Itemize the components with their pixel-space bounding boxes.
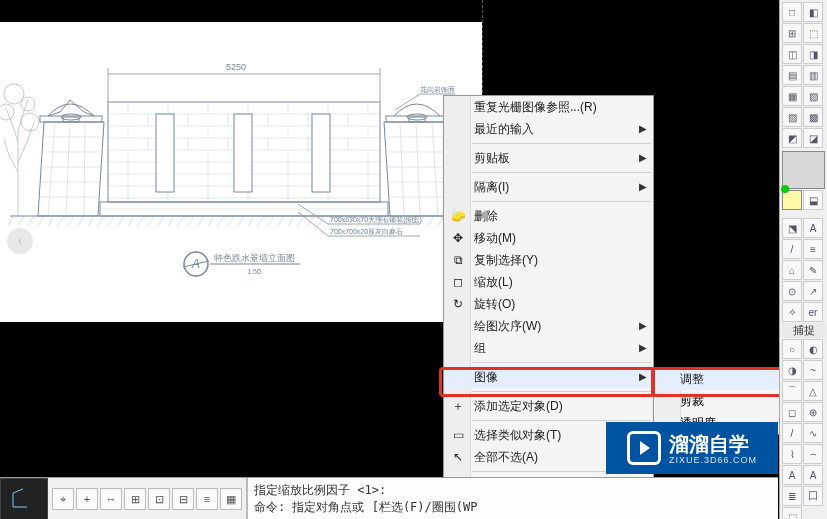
status-toggle[interactable]: ▦ bbox=[220, 488, 242, 510]
svg-line-130 bbox=[298, 204, 328, 224]
tool-icon[interactable]: ⬔ bbox=[782, 218, 802, 238]
tool-icon[interactable]: 囗 bbox=[803, 486, 823, 506]
tool-icon[interactable]: ◐ bbox=[803, 339, 823, 359]
chevron-right-icon: ▶ bbox=[639, 152, 647, 163]
ctx-label: 隔离(I) bbox=[474, 179, 509, 196]
tool-icon[interactable]: ✎ bbox=[803, 260, 823, 280]
tool-icon[interactable]: er bbox=[803, 302, 823, 322]
scale: 1:50 bbox=[247, 268, 261, 275]
tool-icon[interactable]: ⌇ bbox=[782, 444, 802, 464]
ctx-image-adjust[interactable]: 调整 bbox=[654, 368, 784, 390]
tool-icon[interactable]: ∿ bbox=[803, 423, 823, 443]
ctx-image-clip[interactable]: 剪裁 bbox=[654, 390, 784, 412]
tool-icon[interactable]: ⊕ bbox=[803, 402, 823, 422]
ctx-label: 组 bbox=[474, 340, 486, 357]
model-space-icon[interactable] bbox=[0, 478, 48, 519]
watermark-logo: 溜溜自学 ZIXUE.3D66.COM bbox=[606, 422, 778, 474]
move-icon: ✥ bbox=[450, 230, 466, 246]
svg-rect-50 bbox=[234, 114, 252, 192]
tool-icon[interactable]: ◑ bbox=[782, 360, 802, 380]
nav-prev-button[interactable]: ‹ bbox=[7, 228, 33, 254]
ctx-rotate[interactable]: ↻旋转(O) bbox=[444, 293, 653, 315]
tool-icon[interactable]: ~ bbox=[803, 360, 823, 380]
tool-icon[interactable]: ⊙ bbox=[782, 281, 802, 301]
tool-icon[interactable]: ▨ bbox=[782, 107, 802, 127]
status-toggle[interactable]: ↔ bbox=[100, 488, 122, 510]
tool-icon[interactable]: A bbox=[803, 465, 823, 485]
tool-icon[interactable]: ◻ bbox=[782, 402, 802, 422]
ctx-recent-input[interactable]: 最近的输入▶ bbox=[444, 118, 653, 140]
tool-icon[interactable]: ▦ bbox=[782, 86, 802, 106]
drawing-image: 5250 花岗岩饰面 bbox=[0, 22, 482, 322]
tool-icon[interactable]: ⌢ bbox=[803, 444, 823, 464]
tool-icon[interactable]: ▩ bbox=[803, 107, 823, 127]
tool-icon[interactable]: ≣ bbox=[782, 486, 802, 506]
status-toggle[interactable]: + bbox=[76, 488, 98, 510]
play-icon bbox=[627, 431, 661, 465]
svg-line-67 bbox=[48, 122, 55, 216]
tool-icon[interactable]: ◨ bbox=[803, 44, 823, 64]
command-history-line: 指定缩放比例因子 <1>: bbox=[254, 482, 772, 499]
status-toggle[interactable]: ≡ bbox=[196, 488, 218, 510]
ctx-copy[interactable]: ⧉复制选择(Y) bbox=[444, 249, 653, 271]
tool-icon[interactable]: / bbox=[782, 423, 802, 443]
hatch-swatch[interactable] bbox=[782, 151, 825, 189]
separator bbox=[472, 391, 651, 392]
ctx-label: 重复光栅图像参照...(R) bbox=[474, 99, 597, 116]
tool-icon[interactable]: ⬓ bbox=[803, 190, 823, 210]
tool-icon[interactable]: / bbox=[782, 239, 802, 259]
svg-line-89 bbox=[108, 216, 114, 226]
tool-icon[interactable]: ⟡ bbox=[782, 302, 802, 322]
svg-line-98 bbox=[198, 216, 204, 226]
color-swatch[interactable] bbox=[782, 190, 802, 210]
tool-icon[interactable]: ⌂ bbox=[782, 260, 802, 280]
tool-icon[interactable]: ◫ bbox=[782, 44, 802, 64]
svg-marker-55 bbox=[384, 122, 450, 216]
svg-line-121 bbox=[428, 216, 434, 226]
ctx-delete[interactable]: 🧽删除 bbox=[444, 205, 653, 227]
status-toggle-group: ⌖ + ↔ ⊞ ⊡ ⊟ ≡ ▦ bbox=[48, 478, 247, 519]
ctx-group[interactable]: 组▶ bbox=[444, 337, 653, 359]
status-toggle[interactable]: ⌖ bbox=[52, 488, 74, 510]
ctx-label: 缩放(L) bbox=[474, 274, 513, 291]
ctx-clipboard[interactable]: 剪贴板▶ bbox=[444, 147, 653, 169]
command-line[interactable]: 指定缩放比例因子 <1>: 命令: 指定对角点或 [栏选(F)/圈围(WP bbox=[247, 478, 778, 519]
tool-icon[interactable]: □ bbox=[782, 2, 802, 22]
separator bbox=[472, 143, 651, 144]
ctx-image[interactable]: 图像▶ bbox=[444, 366, 653, 388]
ctx-move[interactable]: ✥移动(M) bbox=[444, 227, 653, 249]
tool-icon[interactable]: ⬚ bbox=[782, 507, 802, 519]
tool-icon[interactable]: ⌒ bbox=[782, 381, 802, 401]
status-toggle[interactable]: ⊞ bbox=[124, 488, 146, 510]
ctx-isolate[interactable]: 隔离(I)▶ bbox=[444, 176, 653, 198]
ctx-label: 调整 bbox=[680, 371, 704, 388]
tool-icon[interactable]: ○ bbox=[782, 339, 802, 359]
tool-icon[interactable]: ◩ bbox=[782, 128, 802, 148]
tool-icon[interactable]: A bbox=[782, 465, 802, 485]
ctx-add-selected[interactable]: ＋添加选定对象(D) bbox=[444, 395, 653, 417]
right-toolbar: □ ◧ ⊞ ⬚ ◫ ◨ ▤ ▥ ▦ ▧ ▨ ▩ ◩ ◪ ⬓ ⬔ A / ≡ ⌂ … bbox=[779, 0, 827, 519]
tool-icon[interactable]: ⊞ bbox=[782, 23, 802, 43]
svg-line-87 bbox=[88, 216, 94, 226]
tool-icon[interactable]: ◪ bbox=[803, 128, 823, 148]
tool-icon[interactable]: ▥ bbox=[803, 65, 823, 85]
ctx-label: 移动(M) bbox=[474, 230, 516, 247]
ctx-scale[interactable]: ◻缩放(L) bbox=[444, 271, 653, 293]
ctx-label: 最近的输入 bbox=[474, 121, 534, 138]
toolbar-label-capture: 捕捉 bbox=[782, 323, 825, 338]
tool-icon[interactable]: ⬚ bbox=[803, 23, 823, 43]
tool-icon[interactable]: A bbox=[803, 218, 823, 238]
svg-line-82 bbox=[38, 216, 44, 226]
ctx-draw-order[interactable]: 绘图次序(W)▶ bbox=[444, 315, 653, 337]
status-toggle[interactable]: ⊡ bbox=[148, 488, 170, 510]
ctx-repeat[interactable]: 重复光栅图像参照...(R) bbox=[444, 96, 653, 118]
tool-icon[interactable]: ↗ bbox=[803, 281, 823, 301]
dim-text: 5250 bbox=[226, 62, 246, 72]
status-toggle[interactable]: ⊟ bbox=[172, 488, 194, 510]
tool-icon[interactable]: ≡ bbox=[803, 239, 823, 259]
tool-icon[interactable]: ▧ bbox=[803, 86, 823, 106]
tool-icon[interactable]: ◧ bbox=[803, 2, 823, 22]
tool-icon[interactable]: ▤ bbox=[782, 65, 802, 85]
tool-icon[interactable]: △ bbox=[803, 381, 823, 401]
similar-icon: ▭ bbox=[450, 427, 466, 443]
